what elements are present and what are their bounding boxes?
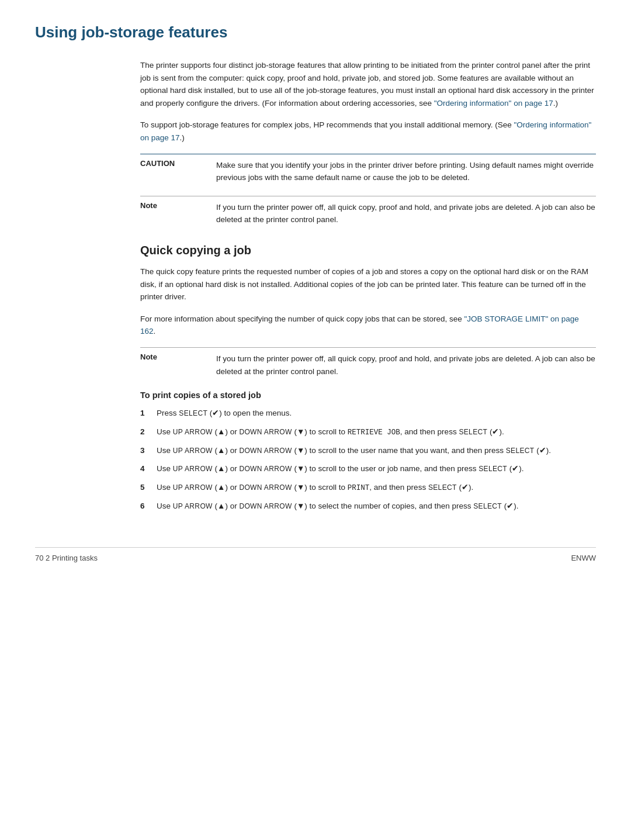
caution-text: Make sure that you identify your jobs in…: [216, 159, 596, 184]
step-text: Use UP ARROW (▲) or DOWN ARROW (▼) to sc…: [157, 426, 596, 438]
steps-list: 1Press SELECT (✔) to open the menus.2Use…: [140, 407, 596, 512]
step-number: 4: [140, 462, 157, 475]
footer-left: 70 2 Printing tasks: [35, 554, 98, 562]
note1-section: Note If you turn the printer power off, …: [140, 196, 596, 226]
caution-label: CAUTION: [140, 159, 204, 184]
step-text: Use UP ARROW (▲) or DOWN ARROW (▼) to sc…: [157, 481, 596, 494]
step-text: Use UP ARROW (▲) or DOWN ARROW (▼) to se…: [157, 500, 596, 513]
quick-copy-para2: For more information about specifying th…: [140, 313, 596, 338]
step-number: 5: [140, 481, 157, 494]
step-text: Use UP ARROW (▲) or DOWN ARROW (▼) to sc…: [157, 462, 596, 475]
note2-label: Note: [140, 352, 204, 378]
note2-section: Note If you turn the printer power off, …: [140, 347, 596, 378]
page-footer: 70 2 Printing tasks ENWW: [35, 547, 596, 562]
link-ordering-1[interactable]: "Ordering information" on page 17: [434, 99, 553, 108]
page-title: Using job-storage features: [35, 23, 596, 42]
quick-copy-para1: The quick copy feature prints the reques…: [140, 265, 596, 303]
list-item: 3Use UP ARROW (▲) or DOWN ARROW (▼) to s…: [140, 444, 596, 457]
caution-section: CAUTION Make sure that you identify your…: [140, 154, 596, 184]
step-text: Use UP ARROW (▲) or DOWN ARROW (▼) to sc…: [157, 444, 596, 457]
intro-para1: The printer supports four distinct job-s…: [140, 59, 596, 109]
quick-copy-heading: Quick copying a job: [140, 244, 596, 257]
step-number: 1: [140, 407, 157, 420]
footer-right: ENWW: [571, 554, 596, 562]
list-item: 6Use UP ARROW (▲) or DOWN ARROW (▼) to s…: [140, 500, 596, 513]
print-copies-heading: To print copies of a stored job: [140, 390, 596, 400]
list-item: 5Use UP ARROW (▲) or DOWN ARROW (▼) to s…: [140, 481, 596, 494]
note1-text: If you turn the printer power off, all q…: [216, 201, 596, 226]
step-text: Press SELECT (✔) to open the menus.: [157, 407, 596, 420]
list-item: 2Use UP ARROW (▲) or DOWN ARROW (▼) to s…: [140, 426, 596, 438]
step-number: 3: [140, 444, 157, 457]
list-item: 1Press SELECT (✔) to open the menus.: [140, 407, 596, 420]
step-number: 2: [140, 426, 157, 438]
note1-label: Note: [140, 201, 204, 226]
intro-para2: To support job-storage features for comp…: [140, 119, 596, 144]
step-number: 6: [140, 500, 157, 513]
note2-text: If you turn the printer power off, all q…: [216, 352, 596, 378]
list-item: 4Use UP ARROW (▲) or DOWN ARROW (▼) to s…: [140, 462, 596, 475]
